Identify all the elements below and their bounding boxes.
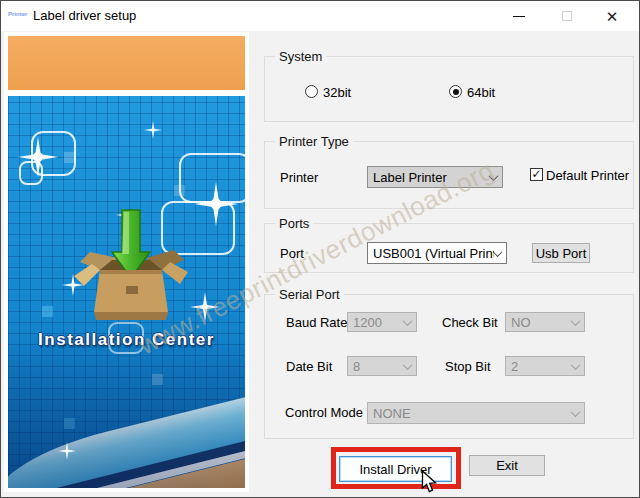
group-ports: Ports Port USB001 (Virtual Printer P Usb… bbox=[264, 223, 634, 273]
orange-banner bbox=[8, 36, 245, 90]
install-box-illustration bbox=[70, 208, 192, 330]
maximize-icon bbox=[562, 11, 572, 21]
baud-rate-value: 1200 bbox=[353, 315, 382, 330]
close-icon: ✕ bbox=[606, 9, 619, 24]
baud-rate-select: 1200 bbox=[347, 312, 417, 332]
group-serial-port-label: Serial Port bbox=[275, 287, 344, 303]
radio-32bit-label[interactable]: 32bit bbox=[323, 85, 351, 100]
sparkle-icon bbox=[190, 292, 220, 322]
minimize-button[interactable] bbox=[502, 1, 536, 31]
printer-label: Printer bbox=[280, 170, 318, 185]
sparkle-icon bbox=[194, 182, 238, 226]
titlebar: Printer Label driver setup ✕ bbox=[1, 1, 639, 31]
checkmark-icon: ✓ bbox=[531, 167, 541, 181]
date-bit-select: 8 bbox=[347, 356, 417, 376]
default-printer-label[interactable]: Default Printer bbox=[546, 168, 629, 183]
baud-rate-label: Baud Rate bbox=[286, 315, 347, 330]
radio-64bit[interactable] bbox=[449, 85, 462, 98]
installer-art-panel: Installation Center bbox=[4, 32, 249, 492]
group-printer-type-label: Printer Type bbox=[275, 134, 353, 150]
check-bit-select: NO bbox=[505, 312, 585, 332]
check-bit-value: NO bbox=[511, 315, 531, 330]
group-system: System 32bit 64bit bbox=[264, 56, 634, 122]
chevron-down-icon bbox=[571, 360, 581, 370]
port-label: Port bbox=[280, 246, 304, 261]
chevron-down-icon bbox=[403, 360, 413, 370]
default-printer-checkbox[interactable]: ✓ bbox=[530, 168, 543, 181]
stop-bit-select: 2 bbox=[505, 356, 585, 376]
app-icon: Printer bbox=[8, 11, 27, 17]
close-button[interactable]: ✕ bbox=[595, 1, 629, 31]
port-select[interactable]: USB001 (Virtual Printer P bbox=[367, 242, 507, 264]
chevron-down-icon bbox=[571, 407, 581, 417]
deco-tile bbox=[174, 185, 185, 196]
group-printer-type: Printer Type Printer Label Printer ✓ Def… bbox=[264, 141, 634, 209]
stop-bit-value: 2 bbox=[511, 359, 518, 374]
deco-tile bbox=[42, 306, 53, 317]
chevron-down-icon bbox=[489, 171, 499, 181]
usb-port-button[interactable]: Usb Port bbox=[532, 243, 590, 263]
chevron-down-icon bbox=[403, 316, 413, 326]
date-bit-label: Date Bit bbox=[286, 359, 332, 374]
window-title: Label driver setup bbox=[33, 8, 136, 23]
mouse-cursor-icon bbox=[421, 470, 438, 498]
printer-select-value: Label Printer bbox=[373, 170, 447, 185]
control-mode-value: NONE bbox=[373, 406, 411, 421]
control-mode-label: Control Mode bbox=[285, 405, 363, 420]
radio-32bit[interactable] bbox=[305, 85, 318, 98]
minimize-icon bbox=[513, 16, 525, 17]
control-mode-select: NONE bbox=[367, 402, 585, 424]
bottom-shade bbox=[8, 338, 245, 488]
check-bit-label: Check Bit bbox=[442, 315, 498, 330]
label-driver-setup-window: Printer Label driver setup ✕ bbox=[0, 0, 640, 498]
maximize-button bbox=[550, 1, 584, 31]
group-system-label: System bbox=[275, 49, 326, 65]
stop-bit-label: Stop Bit bbox=[445, 359, 491, 374]
sparkle-icon bbox=[58, 442, 76, 460]
banner-text: Installation Center bbox=[8, 330, 245, 350]
group-serial-port: Serial Port Baud Rate 1200 Check Bit NO … bbox=[264, 294, 634, 439]
group-ports-label: Ports bbox=[275, 216, 313, 232]
printer-select[interactable]: Label Printer bbox=[367, 166, 503, 188]
radio-64bit-label[interactable]: 64bit bbox=[467, 85, 495, 100]
chevron-down-icon bbox=[493, 247, 503, 257]
chevron-down-icon bbox=[571, 316, 581, 326]
sparkle-icon bbox=[18, 137, 58, 177]
deco-tile bbox=[64, 152, 75, 163]
date-bit-value: 8 bbox=[353, 359, 360, 374]
sparkle-icon bbox=[144, 121, 162, 139]
port-select-value: USB001 (Virtual Printer P bbox=[373, 246, 494, 261]
mosaic-background: Installation Center bbox=[8, 96, 245, 488]
exit-button[interactable]: Exit bbox=[469, 455, 545, 476]
